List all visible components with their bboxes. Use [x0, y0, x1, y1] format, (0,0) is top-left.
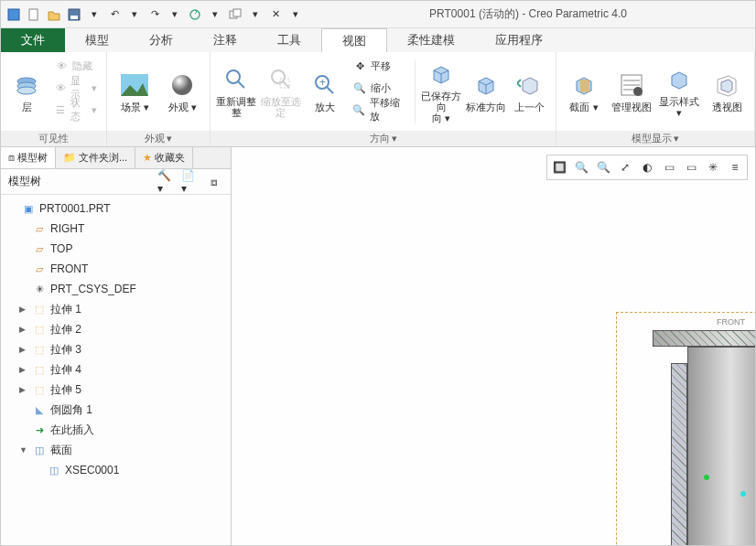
- tab-view[interactable]: 视图: [321, 28, 387, 52]
- tree-datum-right[interactable]: ▱RIGHT: [1, 219, 231, 239]
- sidebar-tab-fav[interactable]: ★收藏夹: [135, 147, 193, 168]
- tree-extrude-5[interactable]: ▶⬚拉伸 5: [1, 380, 231, 400]
- tree-extrude-2[interactable]: ▶⬚拉伸 2: [1, 319, 231, 339]
- tree-settings-icon[interactable]: 🔨▾: [157, 173, 176, 191]
- tree-insert-here[interactable]: ➜在此插入: [1, 420, 231, 440]
- zoom-out-button[interactable]: 🔍缩小: [349, 78, 409, 98]
- chevron-down-icon[interactable]: ▾: [85, 5, 103, 24]
- group-display: 截面 ▾ 管理视图 显示样式 ▾ 透视图 模型显示 ▾: [556, 52, 755, 146]
- manage-views-button[interactable]: 管理视图: [610, 56, 653, 127]
- vt-refit2-icon[interactable]: ⤢: [615, 157, 635, 177]
- extrude-icon: ⬚: [32, 382, 47, 397]
- chevron-down-icon[interactable]: ▾: [206, 5, 224, 24]
- vt-zoom-out-icon[interactable]: 🔍: [593, 157, 613, 177]
- svg-rect-31: [580, 80, 589, 92]
- tree-options-icon[interactable]: ⧈: [205, 173, 223, 191]
- undo-icon[interactable]: ↶: [105, 5, 124, 24]
- sphere-icon: [167, 70, 197, 100]
- tab-flex[interactable]: 柔性建模: [387, 28, 475, 52]
- hide-button[interactable]: 👁隐藏: [50, 56, 101, 76]
- redo-icon[interactable]: ↷: [146, 5, 164, 24]
- vt-shade-icon[interactable]: ◐: [637, 157, 657, 177]
- display-style-button[interactable]: 显示样式 ▾: [657, 56, 701, 127]
- section-button[interactable]: 截面 ▾: [562, 56, 606, 127]
- tree-extrude-4[interactable]: ▶⬚拉伸 4: [1, 359, 231, 380]
- extrude-icon: ⬚: [32, 322, 47, 337]
- vt-datum-icon[interactable]: ✳: [703, 157, 723, 177]
- save-icon[interactable]: [65, 5, 83, 24]
- extrude-icon: ⬚: [32, 302, 47, 316]
- vt-zoom-in-icon[interactable]: 🔍: [571, 157, 591, 177]
- close-icon[interactable]: ✕: [266, 5, 285, 24]
- previous-view-button[interactable]: 上一个: [510, 56, 550, 127]
- chevron-down-icon[interactable]: ▾: [166, 5, 184, 24]
- tree-extrude-3[interactable]: ▶⬚拉伸 3: [1, 339, 231, 359]
- tab-annotate[interactable]: 注释: [193, 28, 257, 52]
- show-button[interactable]: 👁显示▾: [50, 78, 101, 98]
- tab-model[interactable]: 模型: [65, 28, 129, 52]
- new-icon[interactable]: [25, 5, 43, 24]
- vt-annot-icon[interactable]: ≡: [725, 157, 745, 177]
- tab-analysis[interactable]: 分析: [129, 28, 193, 52]
- svg-rect-32: [621, 75, 642, 95]
- tab-tools[interactable]: 工具: [257, 28, 321, 52]
- zoom-select-button[interactable]: 缩放至选定: [261, 56, 301, 127]
- cube-icon: [471, 70, 501, 100]
- scene-button[interactable]: 场景 ▾: [113, 56, 157, 127]
- tree-chamfer[interactable]: ◣倒圆角 1: [1, 400, 231, 420]
- zoom-in-button[interactable]: + 放大: [305, 56, 345, 127]
- tree-csys[interactable]: ✳PRT_CSYS_DEF: [1, 279, 231, 299]
- tree-sections[interactable]: ▼◫截面: [1, 440, 231, 460]
- svg-line-14: [238, 81, 244, 88]
- rearrange-button[interactable]: 重新调整整: [216, 56, 256, 127]
- svg-marker-29: [523, 78, 537, 94]
- svg-rect-2: [69, 9, 80, 20]
- tree-filter-icon[interactable]: 📄▾: [181, 173, 200, 191]
- svg-point-13: [227, 70, 240, 83]
- standard-view-button[interactable]: 标准方向: [466, 56, 506, 127]
- plane-icon: ▱: [32, 241, 47, 256]
- chevron-down-icon[interactable]: ▾: [125, 5, 144, 24]
- chevron-down-icon[interactable]: ▾: [246, 5, 265, 24]
- status-button[interactable]: ☰状态▾: [50, 100, 101, 120]
- tree-extrude-1[interactable]: ▶⬚拉伸 1: [1, 299, 231, 319]
- tree-datum-top[interactable]: ▱TOP: [1, 239, 231, 259]
- svg-point-12: [172, 75, 192, 95]
- pan-zoom-button[interactable]: 🔍平移缩放: [349, 100, 409, 120]
- open-icon[interactable]: [45, 5, 63, 24]
- tab-file[interactable]: 文件: [1, 28, 65, 52]
- tab-app[interactable]: 应用程序: [475, 28, 563, 52]
- vt-refit-icon[interactable]: 🔲: [549, 157, 569, 177]
- sidebar-title: 模型树: [8, 174, 41, 189]
- cube-icon: [427, 59, 456, 89]
- eye-off-icon: 👁: [54, 59, 69, 73]
- pan-button[interactable]: ✥平移: [349, 56, 409, 76]
- section-group-icon: ◫: [32, 443, 47, 457]
- regenerate-icon[interactable]: [186, 5, 204, 24]
- sidebar-tab-folder[interactable]: 📁文件夹浏...: [56, 147, 135, 168]
- vt-named-icon[interactable]: ▭: [681, 157, 701, 177]
- group-label: 方向 ▾: [211, 131, 556, 146]
- sidebar-tab-tree[interactable]: ⧈模型树: [1, 147, 56, 168]
- layer-button[interactable]: 层: [6, 56, 47, 127]
- title-bar: ▾ ↶ ▾ ↷ ▾ ▾ ▾ ✕ ▾ PRT0001 (活动的) - Creo P…: [1, 1, 755, 28]
- vt-views-icon[interactable]: ▭: [659, 157, 679, 177]
- ribbon: 层 👁隐藏 👁显示▾ ☰状态▾ 可见性 场景 ▾ 外观 ▾ 外观 ▾: [1, 52, 755, 147]
- 3d-viewport[interactable]: 🔲 🔍 🔍 ⤢ ◐ ▭ ▭ ✳ ≡ FRONT Y↑ →X TOP PRT_CS…: [232, 147, 755, 545]
- appearance-button[interactable]: 外观 ▾: [160, 56, 204, 127]
- star-icon: ★: [143, 152, 152, 164]
- cube-back-icon: [515, 70, 545, 100]
- app-icon[interactable]: [5, 5, 23, 24]
- windows-icon[interactable]: [226, 5, 244, 24]
- saved-view-button[interactable]: 已保存方向向 ▾: [421, 56, 461, 127]
- chevron-down-icon[interactable]: ▾: [286, 5, 305, 24]
- xsec-icon: ◫: [47, 463, 61, 477]
- tree-root[interactable]: ▣PRT0001.PRT: [1, 198, 231, 219]
- tree-datum-front[interactable]: ▱FRONT: [1, 259, 231, 279]
- perspective-button[interactable]: 透视图: [705, 56, 749, 127]
- status-icon: ☰: [54, 102, 67, 117]
- sidebar: ⧈模型树 📁文件夹浏... ★收藏夹 模型树 🔨▾ 📄▾ ⧈ ▣PRT0001.…: [1, 147, 232, 545]
- svg-rect-0: [8, 9, 19, 20]
- svg-text:+: +: [319, 76, 326, 89]
- tree-xsec[interactable]: ◫XSEC0001: [1, 460, 231, 480]
